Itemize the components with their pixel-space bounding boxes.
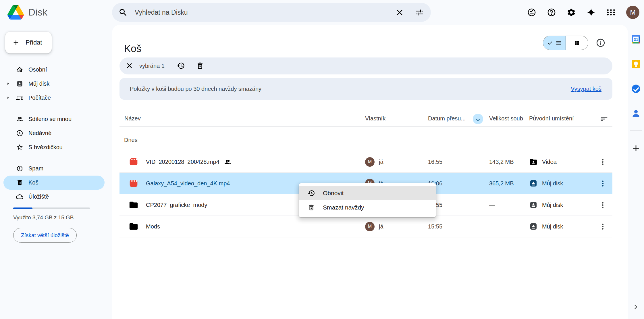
sidebar-item-trash[interactable]: Koš: [3, 176, 105, 190]
side-panel-rail: [628, 25, 644, 319]
tasks-icon[interactable]: [630, 83, 641, 94]
sidebar-item-starred[interactable]: S hvězdičkou: [3, 140, 105, 154]
owner-label: já: [379, 223, 383, 230]
new-button-label: Přidat: [26, 39, 42, 46]
expand-caret-icon[interactable]: [6, 96, 10, 100]
delete-forever-icon: [308, 204, 315, 211]
owner-avatar: M: [365, 157, 375, 167]
my-drive-icon: [16, 80, 23, 87]
sidebar: Přidat Osobní Můj disk Počítače Sdíleno …: [0, 25, 112, 319]
plus-icon: [12, 39, 20, 47]
gemini-icon[interactable]: [587, 8, 596, 17]
table-row[interactable]: Mods M já 15:55 — Můj disk: [119, 216, 612, 237]
expand-caret-icon[interactable]: [6, 82, 10, 86]
sidebar-item-label: Nedávné: [28, 130, 51, 137]
grid-view-button[interactable]: [566, 36, 588, 50]
selection-toolbar: vybrána 1: [119, 57, 612, 74]
close-icon: [125, 62, 134, 70]
settings-icon[interactable]: [567, 8, 576, 17]
file-name: Mods: [146, 223, 160, 230]
file-name: VID_20200128_200428.mp4: [146, 159, 219, 165]
sidebar-item-label: Počítače: [28, 95, 51, 101]
row-more-actions-button[interactable]: [596, 216, 609, 237]
owner-avatar: M: [365, 222, 375, 231]
sidebar-item-label: Můj disk: [28, 80, 49, 87]
original-location[interactable]: Můj disk: [542, 202, 563, 208]
context-menu-item-label: Obnovit: [323, 190, 344, 197]
sidebar-item-label: S hvězdičkou: [28, 144, 63, 151]
column-header-name[interactable]: Název: [124, 115, 141, 122]
list-view-button[interactable]: [543, 36, 566, 50]
more-vertical-icon: [598, 179, 607, 188]
sidebar-item-my-drive[interactable]: Můj disk: [3, 77, 105, 91]
sort-direction-button[interactable]: [473, 114, 483, 124]
contacts-icon[interactable]: [630, 108, 641, 119]
sidebar-item-recent[interactable]: Nedávné: [3, 126, 105, 140]
column-header-owner[interactable]: Vlastník: [365, 115, 385, 122]
row-more-actions-button[interactable]: [596, 151, 609, 172]
add-addon-button[interactable]: [631, 143, 641, 153]
file-name: CP2077_graficke_mody: [146, 202, 207, 208]
search-bar[interactable]: [112, 3, 431, 22]
context-menu-item-delete-forever[interactable]: Smazat navždy: [299, 200, 436, 215]
search-icon[interactable]: [118, 8, 128, 17]
original-location[interactable]: Videa: [542, 159, 557, 165]
top-bar: Disk M: [0, 0, 644, 25]
home-icon: [16, 66, 23, 73]
trash-info-banner: Položky v koši budou po 30 dnech navždy …: [119, 78, 612, 100]
sidebar-item-shared-with-me[interactable]: Sdíleno se mnou: [3, 112, 105, 126]
clear-selection-button[interactable]: [125, 62, 134, 71]
empty-trash-link[interactable]: Vysypat koš: [571, 86, 601, 92]
sidebar-item-label: Spam: [28, 165, 43, 172]
apps-grid-icon[interactable]: [606, 8, 616, 17]
file-size: —: [489, 223, 495, 230]
help-icon[interactable]: [547, 8, 556, 17]
new-button[interactable]: Přidat: [5, 32, 52, 53]
row-more-actions-button[interactable]: [596, 173, 609, 194]
file-size: —: [489, 202, 495, 208]
drive-icon: [529, 201, 538, 209]
view-toggle: [543, 36, 588, 50]
starred-icon: [16, 144, 23, 151]
more-vertical-icon: [598, 222, 607, 231]
plus-icon: [631, 143, 641, 153]
hide-side-panel-button[interactable]: [631, 303, 639, 311]
storage-progress-bar: [13, 207, 90, 209]
storage-progress-fill: [13, 207, 32, 209]
keep-icon[interactable]: [630, 59, 641, 70]
account-avatar[interactable]: M: [626, 6, 639, 19]
column-header-size[interactable]: Velikost soub: [489, 115, 526, 122]
get-more-storage-button[interactable]: Získat větší úložiště: [13, 228, 77, 243]
top-actions: M: [527, 0, 639, 25]
clear-search-icon[interactable]: [395, 8, 404, 17]
column-header-location[interactable]: Původní umístění: [529, 115, 574, 122]
rail-divider: [630, 130, 642, 131]
search-filters-icon[interactable]: [415, 8, 424, 17]
context-menu-item-restore[interactable]: Obnovit: [299, 186, 436, 200]
column-header-date[interactable]: Datum přesu...: [428, 115, 466, 122]
original-location[interactable]: Můj disk: [542, 180, 563, 187]
restore-icon: [308, 189, 315, 197]
details-button[interactable]: [596, 38, 606, 48]
group-label: Dnes: [124, 137, 138, 143]
sidebar-item-computers[interactable]: Počítače: [3, 91, 105, 105]
table-header: Název Vlastník Datum přesu... Velikost s…: [119, 112, 612, 127]
original-location[interactable]: Můj disk: [542, 223, 563, 230]
table-row[interactable]: VID_20200128_200428.mp4 M já 16:55 143,2…: [119, 151, 612, 173]
restore-selection-button[interactable]: [177, 62, 185, 71]
calendar-icon[interactable]: [630, 34, 641, 45]
chevron-right-icon: [631, 303, 639, 311]
selection-count-label: vybrána 1: [139, 63, 165, 69]
sidebar-item-home[interactable]: Osobní: [3, 63, 105, 77]
sidebar-item-spam[interactable]: Spam: [3, 162, 105, 176]
trash-icon: [16, 179, 23, 186]
drive-icon: [529, 179, 538, 188]
search-input[interactable]: [128, 9, 395, 16]
row-more-actions-button[interactable]: [596, 194, 609, 216]
app-title: Disk: [28, 7, 47, 18]
offline-status-icon[interactable]: [527, 8, 536, 17]
drive-logo[interactable]: Disk: [7, 5, 47, 20]
delete-forever-selection-button[interactable]: [196, 62, 204, 71]
sidebar-item-storage[interactable]: Úložiště: [3, 190, 105, 204]
sort-options-button[interactable]: [600, 115, 608, 123]
